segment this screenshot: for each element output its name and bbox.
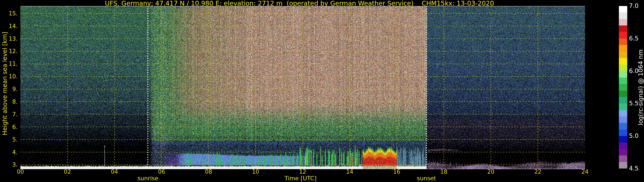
colorbar-chip bbox=[619, 110, 627, 116]
x-tick-24: 24 bbox=[581, 169, 588, 175]
colorbar-chip bbox=[619, 97, 627, 103]
x-tick-12: 12 bbox=[299, 169, 306, 175]
x-tick-00: 00 bbox=[17, 169, 24, 175]
colorbar bbox=[619, 6, 627, 169]
colorbar-chip bbox=[619, 123, 627, 129]
x-tick-16: 16 bbox=[393, 169, 400, 175]
page-title: UFS, Germany; 47.417 N / 10.980 E; eleva… bbox=[105, 0, 494, 7]
x-tick-06: 06 bbox=[158, 169, 165, 175]
colorbar-chip bbox=[619, 12, 627, 19]
colorbar-axis-label: log(rc-signal) @ 1064 nm bbox=[637, 49, 644, 125]
x-tick-14: 14 bbox=[346, 169, 353, 175]
sunrise-label: sunrise bbox=[138, 175, 158, 181]
y-tick-13: 13. bbox=[0, 36, 18, 42]
x-tick-08: 08 bbox=[205, 169, 212, 175]
colorbar-tick-6.0: 6.0 bbox=[629, 68, 639, 74]
colorbar-tick-7.0: 7.0 bbox=[629, 3, 639, 9]
y-tick-15: 15. bbox=[0, 11, 18, 16]
colorbar-chip bbox=[619, 58, 627, 65]
colorbar-chip bbox=[619, 149, 627, 156]
colorbar-chip bbox=[619, 103, 627, 110]
colorbar-chip bbox=[619, 162, 627, 169]
y-tick-11: 11. bbox=[0, 61, 18, 67]
y-tick-8: 8. bbox=[0, 99, 18, 104]
x-axis-label: Time [UTC] bbox=[284, 175, 316, 181]
y-tick-6: 6. bbox=[0, 124, 18, 130]
colorbar-chip bbox=[619, 52, 627, 58]
colorbar-chip bbox=[619, 65, 627, 71]
ceilometer-chart: UFS, Germany; 47.417 N / 10.980 E; eleva… bbox=[0, 0, 644, 182]
colorbar-chip bbox=[619, 143, 627, 149]
colorbar-chip bbox=[619, 39, 627, 45]
colorbar-chip bbox=[619, 6, 627, 12]
y-tick-4: 4. bbox=[0, 149, 18, 155]
x-tick-02: 02 bbox=[64, 169, 71, 175]
y-tick-5: 5. bbox=[0, 137, 18, 142]
sunset-label: sunset bbox=[417, 175, 436, 181]
colorbar-tick-5.5: 5.5 bbox=[629, 100, 639, 106]
y-tick-9: 9. bbox=[0, 86, 18, 92]
colorbar-tick-6.5: 6.5 bbox=[629, 36, 639, 42]
x-tick-20: 20 bbox=[487, 169, 494, 175]
colorbar-chip bbox=[619, 91, 627, 97]
colorbar-chip bbox=[619, 156, 627, 162]
x-tick-04: 04 bbox=[111, 169, 118, 175]
colorbar-chip bbox=[619, 32, 627, 38]
y-tick-14: 14. bbox=[0, 23, 18, 29]
colorbar-chip bbox=[619, 130, 627, 136]
colorbar-chip bbox=[619, 71, 627, 78]
y-tick-10: 10. bbox=[0, 74, 18, 79]
colorbar-tick-5.0: 5.0 bbox=[629, 133, 639, 139]
colorbar-chip bbox=[619, 136, 627, 142]
x-tick-18: 18 bbox=[440, 169, 447, 175]
colorbar-chip bbox=[619, 116, 627, 123]
colorbar-chip bbox=[619, 78, 627, 84]
y-tick-12: 12. bbox=[0, 48, 18, 54]
colorbar-tick-4.5: 4.5 bbox=[629, 166, 639, 172]
colorbar-chip bbox=[619, 84, 627, 90]
y-axis-label: Height above mean sea level [km] bbox=[1, 32, 8, 135]
x-tick-22: 22 bbox=[534, 169, 542, 175]
colorbar-chip bbox=[619, 45, 627, 51]
backscatter-heatmap-canvas bbox=[20, 6, 585, 169]
x-tick-10: 10 bbox=[252, 169, 259, 175]
colorbar-chip bbox=[619, 25, 627, 32]
y-tick-3: 3. bbox=[0, 162, 18, 168]
colorbar-chip bbox=[619, 19, 627, 25]
y-tick-7: 7. bbox=[0, 111, 18, 117]
